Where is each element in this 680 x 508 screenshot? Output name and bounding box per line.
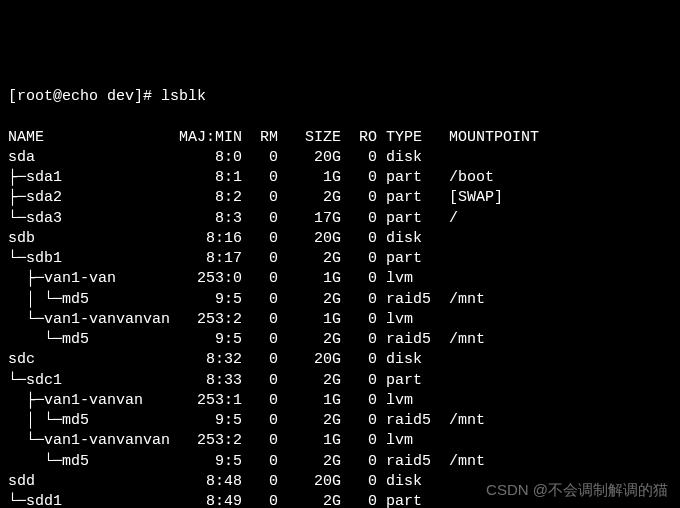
lsblk-row: sdc 8:32 0 20G 0 disk [8,350,672,370]
lsblk-row: └─md5 9:5 0 2G 0 raid5 /mnt [8,452,672,472]
lsblk-row: ├─sda1 8:1 0 1G 0 part /boot [8,168,672,188]
watermark-text: CSDN @不会调制解调的猫 [486,480,668,500]
lsblk-row: └─sdb1 8:17 0 2G 0 part [8,249,672,269]
lsblk-row: │ └─md5 9:5 0 2G 0 raid5 /mnt [8,290,672,310]
lsblk-row: └─van1-vanvanvan 253:2 0 1G 0 lvm [8,310,672,330]
prompt-command[interactable]: lsblk [161,88,206,105]
prompt-user-host: [root@echo dev]# [8,88,152,105]
lsblk-row: └─van1-vanvanvan 253:2 0 1G 0 lvm [8,431,672,451]
lsblk-row: │ └─md5 9:5 0 2G 0 raid5 /mnt [8,411,672,431]
lsblk-output: NAME MAJ:MIN RM SIZE RO TYPE MOUNTPOINTs… [8,128,672,509]
lsblk-row: └─sdc1 8:33 0 2G 0 part [8,371,672,391]
lsblk-row: └─md5 9:5 0 2G 0 raid5 /mnt [8,330,672,350]
lsblk-row: sda 8:0 0 20G 0 disk [8,148,672,168]
lsblk-row: sdb 8:16 0 20G 0 disk [8,229,672,249]
lsblk-row: ├─sda2 8:2 0 2G 0 part [SWAP] [8,188,672,208]
lsblk-header-row: NAME MAJ:MIN RM SIZE RO TYPE MOUNTPOINT [8,128,672,148]
lsblk-row: └─sda3 8:3 0 17G 0 part / [8,209,672,229]
terminal-prompt-line: [root@echo dev]# lsblk [8,87,672,107]
lsblk-row: ├─van1-vanvan 253:1 0 1G 0 lvm [8,391,672,411]
lsblk-row: ├─van1-van 253:0 0 1G 0 lvm [8,269,672,289]
